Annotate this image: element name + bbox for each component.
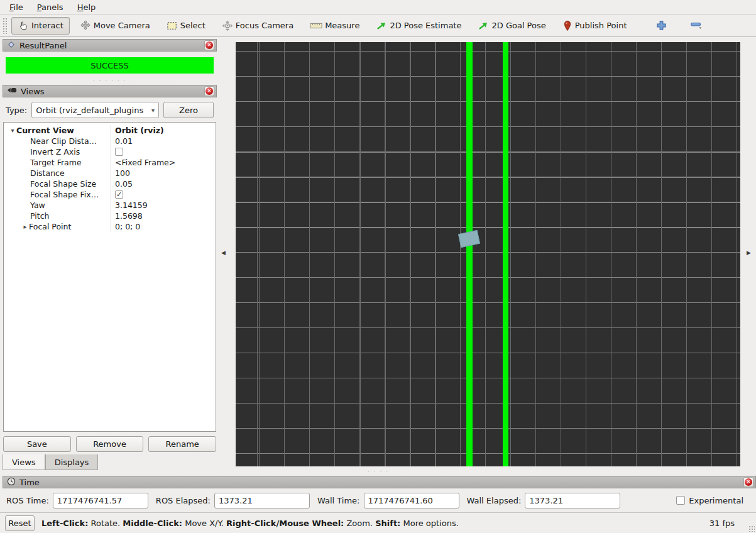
view-type-label: Type: xyxy=(6,106,27,115)
minus-icon xyxy=(690,19,703,32)
experimental-checkbox[interactable] xyxy=(676,496,685,505)
window-resize-grip[interactable] xyxy=(748,525,755,532)
right-dock-collapse-handle[interactable]: ▶ xyxy=(747,250,751,256)
render-viewport[interactable] xyxy=(236,42,740,466)
select-tool-button[interactable]: Select xyxy=(160,17,212,35)
close-icon: ✕ xyxy=(205,41,213,49)
panel-drag-handle[interactable]: · · · · · · xyxy=(3,77,217,85)
measure-tool-button[interactable]: Measure xyxy=(304,17,366,35)
focal-shape-fixed-checkbox[interactable]: ✓ xyxy=(115,190,123,199)
lane-marker-right xyxy=(503,42,508,466)
tree-row-distance[interactable]: Distance 100 xyxy=(4,168,216,179)
wall-time-label: Wall Time: xyxy=(317,496,360,505)
zero-button[interactable]: Zero xyxy=(163,102,214,118)
status-bar: Reset Left-Click: Rotate. Middle-Click: … xyxy=(0,512,756,533)
selection-box-icon xyxy=(167,21,178,31)
time-panel-content: ROS Time: 1717476741.57 ROS Elapsed: 137… xyxy=(3,488,756,512)
tree-row-focal-point[interactable]: ▸ Focal Point 0; 0; 0 xyxy=(4,221,216,232)
tree-row-current-view[interactable]: ▾ Current View Orbit (rviz) xyxy=(4,125,216,136)
interact-tool-button[interactable]: Interact xyxy=(11,17,70,35)
tree-row-focal-shape-fixed[interactable]: Focal Shape Fix… ✓ xyxy=(4,189,216,200)
save-button[interactable]: Save xyxy=(3,436,71,452)
focus-camera-tool-button[interactable]: Focus Camera xyxy=(216,17,300,35)
goal-pose-tool-button[interactable]: 2D Goal Pose xyxy=(471,17,552,35)
experimental-label: Experimental xyxy=(689,496,743,505)
wall-elapsed-label: Wall Elapsed: xyxy=(467,496,522,505)
wall-elapsed-input[interactable]: 1373.21 xyxy=(525,493,620,508)
mouse-help-text: Left-Click: Rotate. Middle-Click: Move X… xyxy=(41,519,459,528)
plus-icon xyxy=(656,20,667,31)
result-panel-header[interactable]: ResultPanel ✕ xyxy=(3,39,217,52)
view-property-tree: ▾ Current View Orbit (rviz) Near Clip Di… xyxy=(3,122,216,432)
remove-tool-button[interactable] xyxy=(684,17,709,35)
reset-button[interactable]: Reset xyxy=(5,515,35,531)
fps-counter: 31 fps xyxy=(709,519,735,528)
invert-z-checkbox[interactable] xyxy=(115,148,123,156)
focus-crosshair-icon xyxy=(222,20,233,31)
expander-down-icon[interactable]: ▾ xyxy=(9,127,16,134)
menu-panels[interactable]: Panels xyxy=(30,1,70,13)
wall-time-input[interactable]: 1717476741.60 xyxy=(364,493,459,508)
tree-row-invert-z[interactable]: Invert Z Axis xyxy=(4,146,216,157)
clock-icon xyxy=(7,477,16,488)
views-panel-title: Views xyxy=(21,87,204,96)
tree-row-pitch[interactable]: Pitch 1.5698 xyxy=(4,211,216,221)
ros-elapsed-input[interactable]: 1373.21 xyxy=(214,493,310,508)
tree-row-target-frame[interactable]: Target Frame <Fixed Frame> xyxy=(4,157,216,168)
tree-row-near-clip[interactable]: Near Clip Dista… 0.01 xyxy=(4,136,216,146)
menu-bar: File Panels Help xyxy=(0,0,756,14)
expander-right-icon[interactable]: ▸ xyxy=(21,223,29,230)
result-panel-title: ResultPanel xyxy=(19,41,204,50)
tab-displays[interactable]: Displays xyxy=(45,454,99,470)
views-camera-icon xyxy=(7,86,17,96)
green-arrow-icon xyxy=(478,20,489,31)
result-panel-close-button[interactable]: ✕ xyxy=(204,40,214,50)
left-dock: ResultPanel ✕ SUCCESS · · · · · · Views … xyxy=(3,39,217,470)
toolbar-grip[interactable] xyxy=(3,18,8,34)
move-arrows-icon xyxy=(80,20,91,31)
ros-time-input[interactable]: 1717476741.57 xyxy=(53,493,148,508)
ruler-icon xyxy=(310,22,322,30)
tab-views[interactable]: Views xyxy=(3,454,45,470)
remove-button[interactable]: Remove xyxy=(76,436,144,452)
map-pin-icon xyxy=(562,20,572,31)
hand-icon xyxy=(18,20,29,31)
ros-time-label: ROS Time: xyxy=(6,496,49,505)
close-icon: ✕ xyxy=(205,87,213,95)
tree-row-yaw[interactable]: Yaw 3.14159 xyxy=(4,200,216,211)
menu-file[interactable]: File xyxy=(3,1,30,13)
move-camera-tool-button[interactable]: Move Camera xyxy=(74,17,156,35)
chevron-down-icon: ▾ xyxy=(151,107,155,114)
time-panel-header[interactable]: Time ✕ xyxy=(3,476,756,488)
robot-marker xyxy=(458,230,480,248)
rename-button[interactable]: Rename xyxy=(148,436,216,452)
tree-row-focal-shape-size[interactable]: Focal Shape Size 0.05 xyxy=(4,179,216,189)
toolbar: Interact Move Camera Select Focus Camera… xyxy=(0,14,756,37)
views-panel-close-button[interactable]: ✕ xyxy=(204,86,214,96)
lane-marker-left xyxy=(466,42,473,466)
add-tool-button[interactable] xyxy=(650,17,673,35)
bottom-splitter-handle[interactable]: · · · · · · xyxy=(365,468,392,476)
left-dock-collapse-handle[interactable]: ◀ xyxy=(221,250,226,256)
ros-elapsed-label: ROS Elapsed: xyxy=(156,496,211,505)
diamond-icon xyxy=(7,40,16,51)
views-panel-header[interactable]: Views ✕ xyxy=(3,85,217,97)
time-panel-close-button[interactable]: ✕ xyxy=(743,477,753,487)
close-icon: ✕ xyxy=(745,478,752,486)
status-badge: SUCCESS xyxy=(6,57,214,74)
publish-point-tool-button[interactable]: Publish Point xyxy=(556,17,633,35)
menu-help[interactable]: Help xyxy=(70,1,103,13)
view-type-dropdown[interactable]: Orbit (rviz_default_plugins ▾ xyxy=(31,102,159,118)
green-arrow-icon xyxy=(376,20,387,31)
time-panel-title: Time xyxy=(19,478,743,487)
pose-estimate-tool-button[interactable]: 2D Pose Estimate xyxy=(370,17,468,35)
